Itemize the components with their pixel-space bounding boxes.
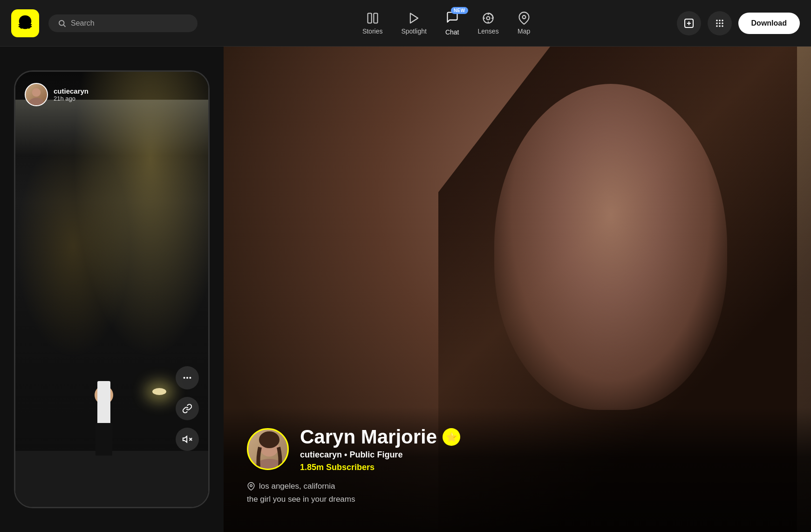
face-layer — [494, 84, 727, 410]
profile-handle: cutiecaryn • Public Figure — [300, 450, 460, 460]
stories-label: Stories — [362, 27, 383, 35]
header: Search Stories Spotlight NEW — [0, 0, 811, 47]
profile-info: Caryn Marjorie ⭐ cutiecaryn • Public Fig… — [300, 426, 460, 472]
snapchat-logo-button[interactable] — [11, 9, 39, 37]
svg-point-26 — [184, 377, 185, 379]
profile-avatar-image — [248, 430, 289, 470]
nav-spotlight[interactable]: Spotlight — [401, 12, 426, 35]
person-silhouette — [90, 353, 118, 456]
svg-point-22 — [719, 25, 721, 27]
svg-point-11 — [522, 15, 525, 19]
ground — [15, 451, 208, 507]
svg-point-23 — [722, 25, 723, 27]
left-panel: cutiecaryn 21h ago — [0, 47, 224, 532]
svg-point-17 — [722, 20, 723, 21]
chat-new-badge: NEW — [451, 7, 468, 14]
right-panel: Caryn Marjorie ⭐ cutiecaryn • Public Fig… — [224, 47, 811, 532]
grid-icon — [714, 18, 725, 29]
phone-time-ago: 21h ago — [54, 95, 89, 102]
main-content: cutiecaryn 21h ago — [0, 47, 811, 532]
search-placeholder: Search — [71, 19, 95, 27]
svg-point-19 — [719, 22, 721, 24]
grid-menu-button[interactable] — [708, 11, 732, 35]
link-icon — [182, 403, 192, 414]
profile-name-text: Caryn Marjorie — [300, 426, 437, 448]
lenses-icon — [482, 12, 495, 25]
svg-point-27 — [186, 377, 188, 379]
svg-point-15 — [716, 20, 718, 21]
phone-user-info: cutiecaryn 21h ago — [25, 83, 89, 106]
headlight-glow — [152, 388, 166, 395]
svg-marker-4 — [410, 13, 418, 23]
profile-overlay: Caryn Marjorie ⭐ cutiecaryn • Public Fig… — [224, 407, 811, 532]
nav-map[interactable]: Map — [518, 12, 531, 35]
phone-actions — [176, 366, 199, 451]
svg-marker-29 — [183, 437, 187, 443]
person-body — [97, 381, 110, 428]
add-snap-icon — [683, 18, 695, 29]
nav-lenses[interactable]: Lenses — [478, 12, 499, 35]
svg-point-34 — [259, 431, 279, 448]
subscriber-count: 1.85m Subscribers — [300, 463, 460, 472]
phone-content: cutiecaryn 21h ago — [15, 72, 208, 507]
profile-header: Caryn Marjorie ⭐ cutiecaryn • Public Fig… — [247, 426, 788, 472]
stories-icon — [366, 12, 379, 25]
volume-off-icon — [182, 434, 192, 444]
phone-username: cutiecaryn — [54, 87, 89, 95]
svg-rect-3 — [374, 13, 377, 23]
nav-chat[interactable]: NEW Chat — [445, 11, 459, 36]
avatar-image — [26, 83, 47, 106]
location-text: los angeles, california — [259, 482, 335, 491]
volume-button[interactable] — [176, 428, 199, 451]
main-nav: Stories Spotlight NEW Chat — [225, 11, 668, 36]
svg-line-1 — [63, 25, 65, 27]
search-icon — [58, 19, 66, 27]
spotlight-label: Spotlight — [401, 27, 426, 35]
svg-point-24 — [32, 88, 41, 96]
chat-label: Chat — [445, 28, 459, 36]
location-icon — [247, 482, 255, 491]
phone-mockup: cutiecaryn 21h ago — [14, 70, 210, 508]
category-text: Public Figure — [349, 450, 402, 459]
map-label: Map — [518, 27, 530, 35]
person-legs — [95, 423, 112, 456]
svg-point-35 — [250, 484, 252, 487]
profile-location: los angeles, california — [247, 482, 788, 491]
more-dots-icon — [182, 373, 192, 383]
header-right: Download — [677, 11, 800, 35]
map-icon — [518, 12, 531, 25]
svg-point-21 — [716, 25, 718, 27]
profile-avatar — [247, 428, 289, 470]
svg-point-25 — [29, 98, 44, 106]
link-button[interactable] — [176, 397, 199, 420]
spotlight-icon — [408, 12, 421, 25]
svg-rect-2 — [368, 13, 371, 23]
search-bar[interactable]: Search — [48, 14, 198, 32]
svg-point-0 — [59, 20, 64, 26]
more-options-button[interactable] — [176, 366, 199, 389]
svg-point-16 — [719, 20, 721, 21]
star-badge: ⭐ — [443, 428, 460, 446]
add-snap-button[interactable] — [677, 11, 701, 35]
svg-point-28 — [189, 377, 191, 379]
download-button[interactable]: Download — [738, 13, 800, 34]
phone-avatar — [25, 83, 48, 106]
profile-bio: the girl you see in your dreams — [247, 495, 788, 504]
nav-stories[interactable]: Stories — [362, 12, 383, 35]
handle-text: cutiecaryn — [300, 450, 342, 459]
svg-point-18 — [716, 22, 718, 24]
lenses-label: Lenses — [478, 27, 499, 35]
profile-name: Caryn Marjorie ⭐ — [300, 426, 460, 448]
phone-user-text: cutiecaryn 21h ago — [54, 87, 89, 102]
svg-point-20 — [722, 22, 723, 24]
svg-point-6 — [487, 16, 490, 20]
canopy-light — [15, 100, 208, 156]
